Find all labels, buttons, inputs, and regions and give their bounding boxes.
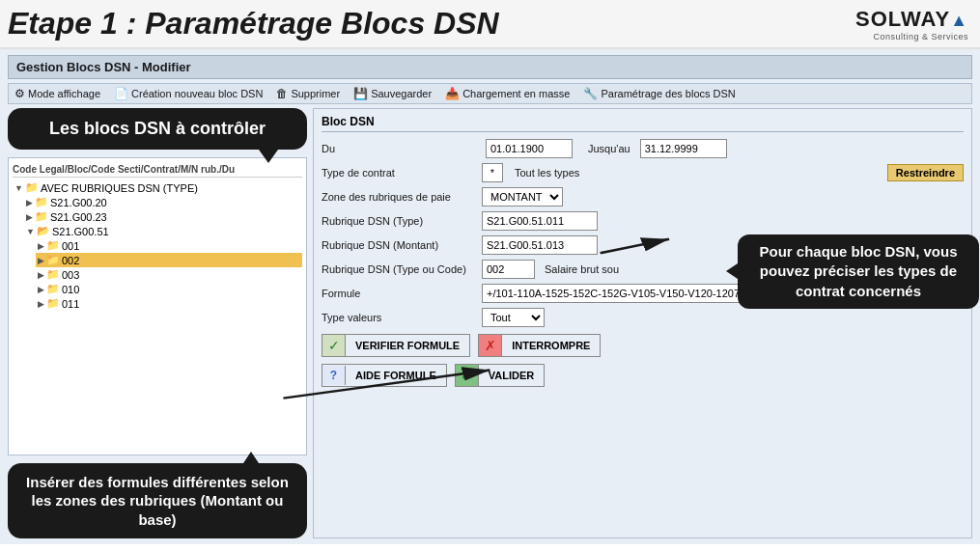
tree-panel: Code Legal/Bloc/Code Secti/Contrat/M/N r…: [8, 157, 307, 455]
tree-label-s21g0023: S21.G00.23: [50, 211, 107, 223]
aide-icon: ?: [330, 369, 337, 382]
valider-btn-group[interactable]: ✓ VALIDER: [455, 364, 545, 387]
rubrique-code-text: Salaire brut sou: [545, 263, 619, 275]
header: Etape 1 : Paramétrage Blocs DSN SOLWAY▲ …: [0, 0, 980, 49]
right-panel: Pour chaque bloc DSN, vous pouvez précis…: [313, 108, 972, 538]
logo-sub: Consulting & Services: [873, 32, 968, 41]
type-valeurs-dropdown-wrapper[interactable]: Tout Positif Négatif: [482, 308, 545, 327]
main-content: Gestion Blocs DSN - Modifier ⚙ Mode affi…: [0, 49, 980, 544]
du-input[interactable]: [486, 139, 573, 158]
tree-item-011[interactable]: ▶ 📁 011: [36, 296, 302, 311]
toolbar-parametrage[interactable]: 🔧 Paramétrage des blocs DSN: [583, 87, 735, 100]
verifier-icon: ✓: [328, 338, 340, 353]
tree-item-002[interactable]: ▶ 📁 002: [36, 253, 302, 267]
tree-label-003: 003: [62, 269, 79, 281]
tree-arrow-010: ▶: [38, 285, 44, 294]
tree-folder-icon-002: 📁: [46, 254, 60, 266]
tree-folder-icon-011: 📁: [46, 297, 60, 310]
formule-label: Formule: [322, 288, 476, 299]
interrompre-icon: ✗: [485, 338, 496, 353]
left-panel: Les blocs DSN à contrôler Code Legal/Blo…: [8, 108, 307, 538]
tree-folder-icon-s21g0020: 📁: [35, 196, 48, 208]
valider-button[interactable]: VALIDER: [479, 367, 544, 384]
tree-folder-icon-s21g0051: 📂: [37, 225, 50, 237]
type-contrat-row: Type de contrat Tout les types Restreind…: [322, 163, 964, 182]
zone-rubriques-label: Zone des rubriques de paie: [322, 191, 476, 203]
verifier-icon-area: ✓: [322, 335, 346, 356]
tree-arrow-s21g0023: ▶: [26, 212, 33, 222]
jusquau-label: Jusqu'au: [588, 143, 630, 154]
jusquau-input[interactable]: [640, 139, 727, 158]
tree-item-s21g0023[interactable]: ▶ 📁 S21.G00.23: [24, 209, 302, 224]
buttons-row-2: ? AIDE FORMULE ✓ VALIDER: [322, 364, 964, 387]
type-contrat-label: Type de contrat: [322, 167, 476, 179]
rubrique-type-row: Rubrique DSN (Type): [322, 211, 964, 231]
type-contrat-dot-input[interactable]: [482, 163, 503, 182]
tree-arrow-001: ▶: [38, 241, 44, 251]
logo-text: SOLWAY▲: [855, 7, 968, 32]
toolbar-sauvegarder[interactable]: 💾 Sauvegarder: [353, 87, 432, 100]
tree-arrow-002: ▶: [38, 256, 44, 265]
tree-label-s21g0051: S21.G00.51: [52, 226, 109, 237]
aide-formule-button[interactable]: AIDE FORMULE: [346, 367, 446, 384]
aide-formule-btn-group[interactable]: ? AIDE FORMULE: [322, 364, 447, 387]
tree-item-root[interactable]: ▼ 📁 AVEC RUBRIQUES DSN (TYPE): [13, 180, 302, 195]
toolbar-chargement[interactable]: 📥 Chargement en masse: [445, 87, 570, 100]
tree-arrow-003: ▶: [38, 270, 44, 280]
creation-icon: 📄: [114, 87, 128, 100]
tree-label-010: 010: [62, 284, 79, 295]
du-label: Du: [322, 143, 476, 154]
interrompre-icon-area: ✗: [479, 335, 502, 356]
rubrique-type-label: Rubrique DSN (Type): [322, 215, 476, 227]
rubrique-montant-label: Rubrique DSN (Montant): [322, 239, 476, 251]
sauvegarder-icon: 💾: [353, 87, 368, 100]
interrompre-btn-group[interactable]: ✗ INTERROMPRE: [478, 334, 601, 357]
tree-header: Code Legal/Bloc/Code Secti/Contrat/M/N r…: [13, 162, 302, 178]
supprimer-icon: 🗑: [276, 87, 288, 100]
tree-arrow-s21g0051: ▼: [26, 227, 35, 236]
rubrique-code-input[interactable]: [482, 260, 535, 279]
rubrique-code-label: Rubrique DSN (Type ou Code): [322, 263, 476, 275]
tree-label-002: 002: [62, 255, 79, 266]
window-title: Gestion Blocs DSN - Modifier: [8, 55, 972, 79]
page-title: Etape 1 : Paramétrage Blocs DSN: [8, 6, 499, 41]
zone-rubriques-row: Zone des rubriques de paie MONTANT BASE: [322, 187, 964, 207]
type-valeurs-row: Type valeurs Tout Positif Négatif: [322, 308, 964, 327]
rubrique-type-input[interactable]: [482, 211, 598, 231]
aide-icon-area: ?: [322, 366, 346, 385]
restreindre-button[interactable]: Restreindre: [887, 164, 964, 181]
toolbar-supprimer[interactable]: 🗑 Supprimer: [276, 87, 340, 100]
tree-folder-icon-s21g0023: 📁: [35, 210, 48, 223]
bubble-formules: Insérer des formules différentes selon l…: [8, 463, 307, 539]
tree-item-003[interactable]: ▶ 📁 003: [36, 267, 302, 282]
type-valeurs-label: Type valeurs: [322, 312, 476, 323]
bubble-blocs-dsn: Les blocs DSN à contrôler: [8, 108, 307, 150]
chargement-icon: 📥: [445, 87, 460, 100]
mode-affichage-icon: ⚙: [14, 87, 25, 100]
logo-area: SOLWAY▲ Consulting & Services: [855, 7, 968, 41]
tree-label-root: AVEC RUBRIQUES DSN (TYPE): [41, 182, 198, 194]
tree-folder-icon-001: 📁: [46, 239, 60, 252]
tree-item-s21g0020[interactable]: ▶ 📁 S21.G00.20: [24, 195, 302, 209]
interrompre-button[interactable]: INTERROMPRE: [502, 337, 600, 354]
bloc-dsn-header: Bloc DSN: [322, 115, 964, 132]
tree-item-s21g0051[interactable]: ▼ 📂 S21.G00.51: [24, 224, 302, 238]
toolbar-creation[interactable]: 📄 Création nouveau bloc DSN: [114, 87, 263, 100]
zone-dropdown[interactable]: MONTANT BASE: [482, 187, 563, 207]
verifier-formule-button[interactable]: VERIFIER FORMULE: [346, 337, 469, 354]
zone-dropdown-wrapper[interactable]: MONTANT BASE: [482, 187, 563, 207]
rubrique-montant-input[interactable]: [482, 235, 598, 255]
valider-icon-area: ✓: [456, 365, 479, 386]
tree-item-001[interactable]: ▶ 📁 001: [36, 238, 302, 253]
tree-folder-icon-003: 📁: [46, 268, 60, 281]
toolbar: ⚙ Mode affichage 📄 Création nouveau bloc…: [8, 83, 972, 104]
tree-item-010[interactable]: ▶ 📁 010: [36, 282, 302, 296]
tree-folder-icon-root: 📁: [25, 181, 39, 194]
tree-label-011: 011: [62, 298, 79, 310]
tout-les-types-text: Tout les types: [515, 167, 579, 179]
tree-arrow-root: ▼: [14, 183, 23, 193]
parametrage-icon: 🔧: [583, 87, 598, 100]
verifier-formule-btn-group[interactable]: ✓ VERIFIER FORMULE: [322, 334, 470, 357]
type-valeurs-dropdown[interactable]: Tout Positif Négatif: [482, 308, 545, 327]
toolbar-mode-affichage[interactable]: ⚙ Mode affichage: [14, 87, 100, 100]
